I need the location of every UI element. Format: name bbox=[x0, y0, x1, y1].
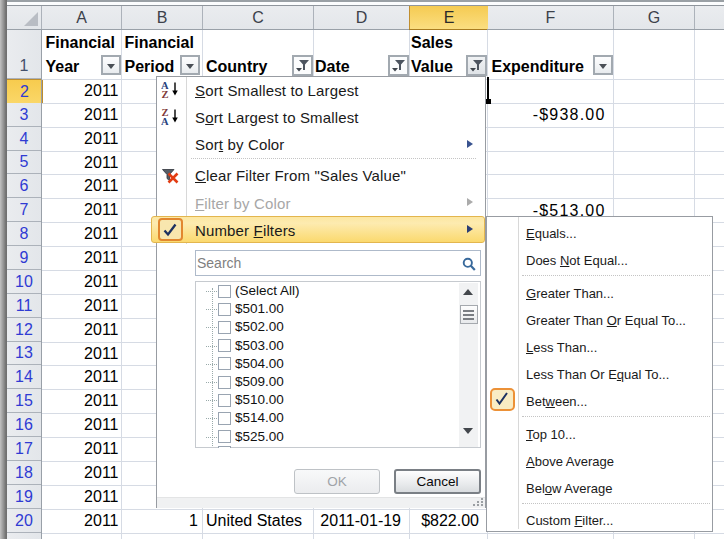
svg-text:A: A bbox=[161, 116, 169, 126]
svg-text:Z: Z bbox=[162, 89, 169, 99]
